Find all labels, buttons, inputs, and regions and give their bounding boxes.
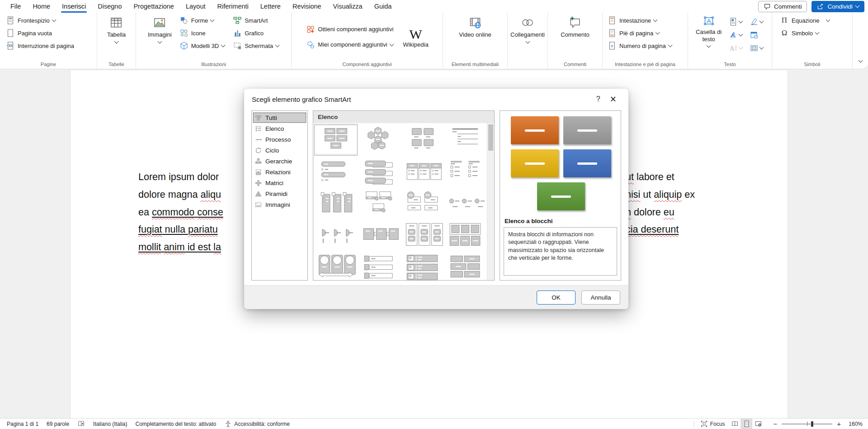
gallery-item-cylinder-arrow[interactable]: [314, 251, 358, 280]
text-box-button[interactable]: A Casella di testo: [691, 14, 726, 48]
gallery-item-pen-bars[interactable]: [358, 156, 401, 187]
layout-name: Elenco a blocchi: [500, 216, 621, 227]
page-number-button[interactable]: # Numero di pagina: [604, 39, 675, 52]
tab-lettere[interactable]: Lettere: [255, 0, 287, 13]
equation-button[interactable]: Π Equazione: [777, 14, 833, 27]
tab-layout[interactable]: Layout: [180, 0, 212, 13]
read-mode-button[interactable]: [729, 419, 741, 429]
pictures-button[interactable]: Immagini: [145, 14, 175, 44]
object-button[interactable]: [748, 43, 769, 53]
category-item-piramidi[interactable]: Piramidi: [253, 188, 307, 199]
category-item-immagini[interactable]: Immagini: [253, 199, 307, 210]
gallery-item-picture-blocks[interactable]: [401, 124, 444, 156]
chart-button[interactable]: Grafico: [230, 27, 267, 39]
date-time-button[interactable]: [748, 29, 769, 40]
cancel-button[interactable]: Annulla: [581, 291, 620, 305]
gallery-item-flag-list[interactable]: [444, 156, 487, 187]
gallery-item-block-list[interactable]: [314, 124, 358, 156]
document-text-left[interactable]: Lorem ipsum dolordolore magna aliquea co…: [138, 168, 223, 256]
zoom-slider-thumb[interactable]: [811, 421, 813, 427]
tab-progettazione[interactable]: Progettazione: [127, 0, 179, 13]
table-button[interactable]: Tabella: [104, 14, 128, 44]
close-icon[interactable]: ×: [606, 94, 621, 105]
category-label: Tutti: [265, 114, 277, 121]
category-item-matrici[interactable]: Matrici: [253, 177, 307, 188]
new-comment-button[interactable]: Commento: [558, 14, 592, 38]
tab-guida[interactable]: Guida: [368, 0, 398, 13]
tab-revisione[interactable]: Revisione: [287, 0, 327, 13]
gallery-item-monitor-blocks[interactable]: [358, 187, 401, 219]
focus-mode-button[interactable]: Focus: [696, 419, 729, 429]
zoom-control: − + 160%: [770, 420, 865, 427]
scrollbar-thumb[interactable]: [488, 124, 493, 151]
document-text-right[interactable]: ut labore etnisi ut aliquip exn dolore e…: [626, 168, 695, 238]
comments-button[interactable]: Commenti: [758, 1, 807, 12]
tab-visualizza[interactable]: Visualizza: [327, 0, 368, 13]
tab-file[interactable]: File: [5, 0, 27, 13]
gallery-item-pic-caption-rows[interactable]: [401, 251, 444, 280]
3d-models-button[interactable]: Modelli 3D: [176, 39, 228, 52]
category-item-ciclo[interactable]: Ciclo: [253, 145, 307, 156]
gallery-item-brick-grid[interactable]: [444, 251, 487, 280]
text-prediction-status[interactable]: Completamento del testo: attivato: [131, 419, 220, 429]
blank-page-button[interactable]: Pagina vuota: [3, 27, 55, 39]
gallery-item-dot-dash-row[interactable]: [444, 187, 487, 219]
gallery-item-circle-tag-boxes[interactable]: [401, 187, 444, 219]
icons-button[interactable]: Icone: [176, 27, 209, 39]
ok-button[interactable]: OK: [537, 291, 576, 305]
share-button[interactable]: Condividi: [811, 1, 864, 12]
gallery-item-column-cards[interactable]: [401, 156, 444, 187]
my-addins-button[interactable]: Miei componenti aggiuntivi: [303, 40, 396, 50]
wordart-button[interactable]: A: [727, 29, 748, 40]
header-button[interactable]: Intestazione: [604, 14, 660, 27]
gallery-item-stacked-column-list[interactable]: [401, 219, 444, 251]
gallery-scrollbar[interactable]: [487, 123, 494, 280]
zoom-out-button[interactable]: −: [770, 420, 780, 427]
gallery-item-vertical-panels[interactable]: [314, 187, 358, 219]
tab-disegno[interactable]: Disegno: [92, 0, 127, 13]
svg-text:A: A: [729, 45, 734, 52]
get-addins-button[interactable]: Ottieni componenti aggiuntivi: [303, 24, 396, 34]
shapes-button[interactable]: Forme: [176, 14, 217, 27]
cover-page-button[interactable]: Frontespizio: [3, 14, 59, 27]
gallery-item-tag-rows[interactable]: [358, 251, 401, 280]
accessibility-status[interactable]: Accessibilità: conforme: [220, 419, 294, 429]
category-item-gerarchie[interactable]: Gerarchie: [253, 156, 307, 167]
gallery-item-grid-over-blocks[interactable]: [444, 219, 487, 251]
symbol-button[interactable]: Ω Simbolo: [777, 27, 822, 39]
group-label-collegamenti: [508, 60, 547, 69]
gallery-item-rounded-bars[interactable]: [314, 156, 358, 187]
zoom-in-button[interactable]: +: [834, 420, 844, 427]
gallery-item-half-pins[interactable]: [314, 219, 358, 251]
tab-home[interactable]: Home: [27, 0, 56, 13]
dialog-title-bar[interactable]: Scegli elemento grafico SmartArt ? ×: [244, 89, 628, 110]
wikipedia-button[interactable]: W Wikipedia: [400, 26, 431, 48]
tab-riferimenti[interactable]: Riferimenti: [211, 0, 254, 13]
page-break-button[interactable]: Interruzione di pagina: [3, 39, 77, 52]
language-indicator[interactable]: Italiano (Italia): [89, 419, 131, 429]
web-layout-button[interactable]: [752, 419, 764, 429]
footer-button[interactable]: Piè di pagina: [604, 27, 662, 39]
gallery-item-hex-cluster[interactable]: [358, 124, 401, 156]
collapse-ribbon-chevron-icon[interactable]: [858, 58, 863, 63]
tab-inserisci[interactable]: Inserisci: [56, 0, 92, 13]
gallery-item-arrow-tiles[interactable]: [358, 219, 401, 251]
category-item-tutti[interactable]: Tutti: [253, 112, 307, 123]
print-layout-button[interactable]: [741, 419, 752, 429]
online-video-button[interactable]: Video online: [456, 14, 494, 38]
screenshot-button[interactable]: Schermata: [230, 39, 282, 52]
signature-line-button[interactable]: [748, 16, 769, 27]
zoom-slider[interactable]: [782, 424, 832, 424]
page-indicator[interactable]: Pagina 1 di 1: [3, 419, 42, 429]
quick-parts-button[interactable]: [727, 16, 748, 27]
category-item-elenco[interactable]: Elenco: [253, 123, 307, 134]
proofing-status[interactable]: [73, 419, 89, 429]
smartart-button[interactable]: SmartArt: [230, 14, 271, 27]
help-button[interactable]: ?: [591, 95, 606, 103]
zoom-percentage[interactable]: 160%: [844, 421, 865, 427]
word-count[interactable]: 69 parole: [42, 419, 73, 429]
gallery-item-tab-lines[interactable]: [444, 124, 487, 156]
category-item-relazioni[interactable]: Relazioni: [253, 167, 307, 177]
category-item-processo[interactable]: Processo: [253, 134, 307, 145]
links-button[interactable]: Collegamenti: [508, 14, 547, 44]
